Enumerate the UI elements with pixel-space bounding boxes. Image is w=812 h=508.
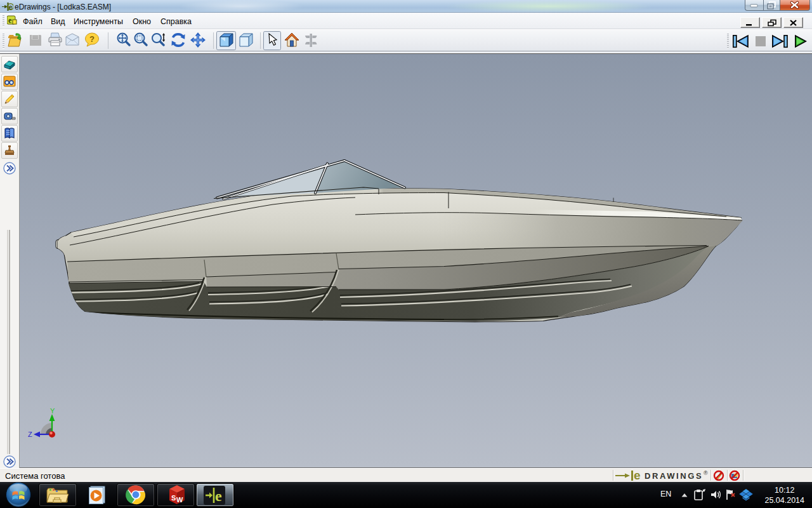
svg-text:e: e [215, 488, 222, 504]
svg-text:e: e [8, 16, 12, 25]
svg-text:DRAWINGS: DRAWINGS [645, 471, 703, 481]
svg-text:®: ® [704, 470, 708, 476]
svg-text:e: e [9, 3, 13, 11]
svg-text:S: S [171, 494, 176, 502]
svg-text:?: ? [89, 34, 95, 44]
svg-text:e: e [634, 470, 641, 481]
svg-text:W: W [176, 496, 183, 504]
